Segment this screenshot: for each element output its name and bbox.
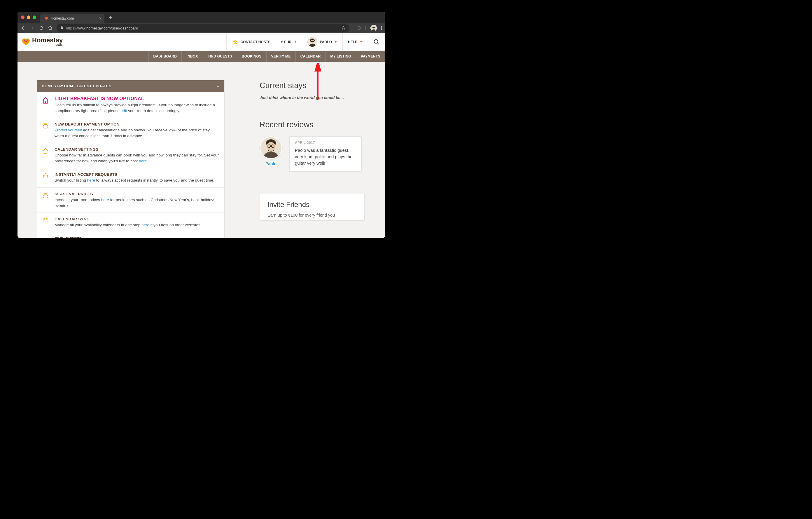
svg-point-12 — [25, 43, 27, 44]
protect-link[interactable]: Protect yourself — [55, 128, 82, 132]
calendar-icon — [41, 217, 50, 228]
bookmark-star-icon[interactable] — [341, 25, 346, 31]
svg-point-4 — [381, 26, 382, 27]
update-light-breakfast: LIGHT BREAKFAST IS NOW OPTIONAL Hosts te… — [37, 92, 224, 118]
update-calendar-sync: CALENDAR SYNC Manage all your availabili… — [37, 213, 224, 232]
reviewer-avatar[interactable] — [260, 136, 282, 159]
home-button[interactable] — [48, 26, 53, 30]
browser-toolbar: https://www.homestay.com/user/dashboard … — [18, 23, 385, 33]
svg-rect-3 — [373, 27, 375, 28]
tagline-text: Just think where in the world you could … — [260, 95, 365, 100]
user-avatar — [308, 37, 317, 47]
updates-panel-header[interactable]: HOMESTAY.COM - LATEST UPDATES ⌄ — [37, 80, 224, 92]
search-icon — [373, 39, 380, 45]
money-bag-icon — [41, 192, 50, 209]
here-link[interactable]: here — [139, 159, 147, 163]
svg-point-6 — [381, 29, 382, 30]
invite-subtitle: Earn up to €100 for every friend you — [267, 213, 357, 217]
main-nav: DASHBOARD INBOX FIND GUESTS BOOKINGS VER… — [18, 51, 385, 62]
nav-bookings[interactable]: BOOKINGS — [237, 51, 266, 62]
invite-title: Invite Friends — [267, 200, 357, 209]
updates-column: HOMESTAY.COM - LATEST UPDATES ⌄ LIGHT BR… — [37, 80, 225, 238]
reviewer-name-link[interactable]: Paolo — [265, 161, 277, 166]
here-link[interactable]: here — [141, 223, 149, 227]
help-menu[interactable]: HELP▼ — [342, 33, 368, 51]
tab-title: Homestay.com — [51, 16, 74, 21]
review-date: APRIL 2017 — [295, 141, 356, 145]
forward-button[interactable] — [30, 25, 35, 31]
browser-profile-avatar[interactable] — [370, 25, 377, 31]
svg-point-7 — [24, 40, 25, 41]
lock-icon — [60, 26, 64, 30]
review-text: Paolo was a fantastic guest, very kind, … — [295, 147, 356, 166]
page: Homestay.com 2 CONTACT HOSTS € EUR▼ — [18, 33, 385, 238]
contact-hosts-button[interactable]: 2 CONTACT HOSTS — [226, 33, 276, 51]
heart-logo-icon — [22, 37, 30, 46]
info-icon[interactable] — [356, 26, 361, 30]
edit-link[interactable]: edit — [121, 109, 127, 113]
svg-point-11 — [26, 41, 27, 42]
currency-selector[interactable]: € EUR▼ — [276, 33, 302, 51]
nav-verify-me[interactable]: VERIFY ME — [266, 51, 295, 62]
update-seasonal: SEASONAL PRICES Increase your room price… — [37, 187, 224, 213]
update-text: Manage all your availability calendars i… — [55, 222, 219, 228]
update-text: Choose how far in advance guests can boo… — [55, 153, 219, 164]
money-bag-icon — [41, 122, 50, 139]
back-button[interactable] — [21, 25, 26, 31]
toolbar-right: | — [356, 25, 382, 31]
here-link[interactable]: here — [87, 178, 95, 183]
update-title: CALENDAR SETTINGS — [55, 147, 219, 152]
update-text: Protect yourself against cancellations a… — [55, 127, 219, 139]
nav-calendar[interactable]: CALENDAR — [295, 51, 325, 62]
update-title: CALENDAR SYNC — [55, 217, 219, 221]
site-header: Homestay.com 2 CONTACT HOSTS € EUR▼ — [18, 33, 385, 51]
svg-point-5 — [381, 27, 382, 29]
tab-close-button[interactable]: × — [99, 16, 102, 21]
update-title: FIND GUESTS — [55, 237, 219, 238]
star-badge-icon: 2 — [232, 39, 238, 45]
reload-button[interactable] — [39, 26, 44, 30]
search-button[interactable] — [368, 33, 385, 51]
house-icon — [41, 147, 50, 164]
maximize-window-button[interactable] — [33, 16, 36, 19]
nav-my-listing[interactable]: MY LISTING — [325, 51, 355, 62]
update-title: INSTANTLY ACCEPT REQUESTS — [55, 172, 219, 176]
thumbs-up-icon — [41, 172, 50, 183]
update-deposit: NEW DEPOSIT PAYMENT OPTION Protect yours… — [37, 118, 224, 143]
update-calendar-settings: CALENDAR SETTINGS Choose how far in adva… — [37, 143, 224, 168]
divider: | — [365, 25, 366, 31]
browser-window: Homestay.com × ＋ https://www.homestay.co… — [18, 12, 385, 238]
minimize-window-button[interactable] — [27, 16, 30, 19]
here-link[interactable]: here — [101, 198, 109, 202]
recent-reviews-heading: Recent reviews — [260, 120, 365, 129]
close-window-button[interactable] — [21, 16, 25, 19]
brand-logo[interactable]: Homestay.com — [22, 37, 63, 47]
nav-dashboard[interactable]: DASHBOARD — [148, 51, 182, 62]
kebab-menu-icon[interactable] — [381, 26, 382, 30]
chevron-down-icon: ⌄ — [217, 84, 220, 88]
svg-point-8 — [25, 39, 27, 40]
nav-inbox[interactable]: INBOX — [181, 51, 203, 62]
sidebar-column: Current stays Just think where in the wo… — [260, 80, 365, 238]
window-controls — [21, 16, 36, 19]
address-bar[interactable]: https://www.homestay.com/user/dashboard — [57, 24, 349, 32]
browser-tab[interactable]: Homestay.com × — [40, 14, 105, 23]
svg-point-10 — [25, 41, 26, 42]
review-bubble: APRIL 2017 Paolo was a fantastic guest, … — [289, 136, 362, 172]
review-item: Paolo APRIL 2017 Paolo was a fantastic g… — [260, 136, 365, 172]
user-menu[interactable]: PAOLO▼ — [302, 33, 342, 51]
update-text: Increase your room prices here for peak … — [55, 197, 219, 209]
updates-panel: HOMESTAY.COM - LATEST UPDATES ⌄ LIGHT BR… — [37, 80, 225, 238]
content-area: HOMESTAY.COM - LATEST UPDATES ⌄ LIGHT BR… — [18, 62, 385, 238]
nav-payments[interactable]: PAYMENTS — [356, 51, 385, 62]
new-tab-button[interactable]: ＋ — [108, 14, 113, 21]
update-find-guests: FIND GUESTS Opportunity to market your h… — [37, 232, 224, 238]
house-icon — [41, 96, 50, 113]
update-title: SEASONAL PRICES — [55, 192, 219, 196]
svg-rect-20 — [43, 219, 48, 223]
update-title: LIGHT BREAKFAST IS NOW OPTIONAL — [55, 96, 219, 101]
nav-find-guests[interactable]: FIND GUESTS — [203, 51, 237, 62]
svg-point-18 — [374, 39, 378, 43]
update-instant-accept: INSTANTLY ACCEPT REQUESTS Switch your li… — [37, 168, 224, 187]
update-text: Hosts tell us it's difficult to always p… — [55, 102, 219, 113]
